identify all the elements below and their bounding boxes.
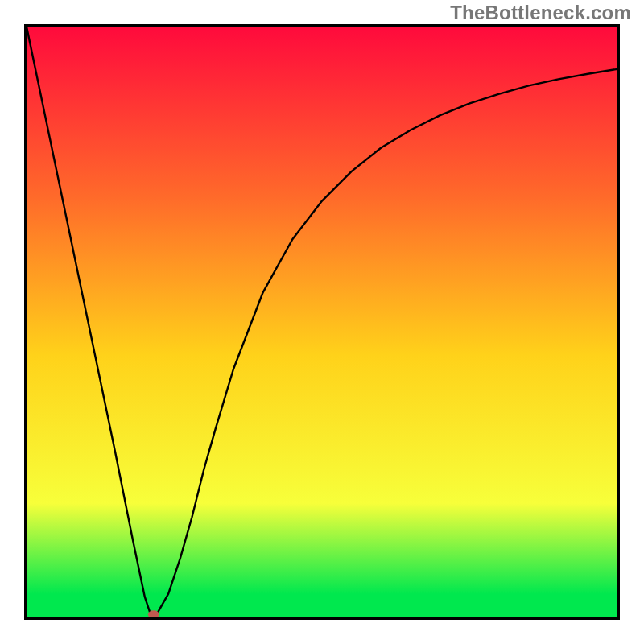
watermark-text: TheBottleneck.com bbox=[450, 2, 631, 24]
plot-area bbox=[24, 24, 620, 620]
gradient-background bbox=[27, 27, 617, 594]
plot-svg bbox=[27, 27, 617, 617]
chart-frame: TheBottleneck.com bbox=[0, 0, 644, 644]
